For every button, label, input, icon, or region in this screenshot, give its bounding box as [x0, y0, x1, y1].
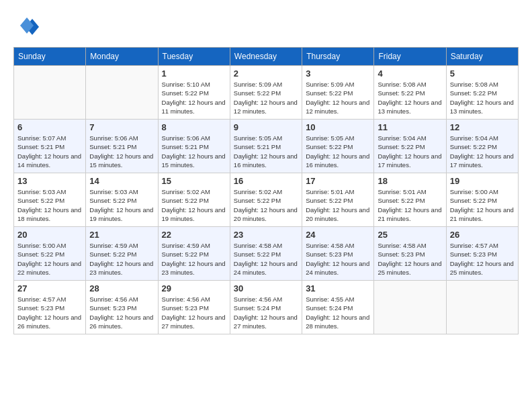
- day-number: 15: [162, 176, 226, 186]
- header-sunday: Sunday: [14, 48, 86, 66]
- calendar-cell: 23Sunrise: 4:58 AMSunset: 5:22 PMDayligh…: [230, 227, 302, 281]
- calendar-cell: 24Sunrise: 4:58 AMSunset: 5:23 PMDayligh…: [302, 227, 374, 281]
- calendar-cell: [86, 66, 158, 120]
- calendar-cell: 15Sunrise: 5:02 AMSunset: 5:22 PMDayligh…: [158, 173, 230, 227]
- calendar-cell: 6Sunrise: 5:07 AMSunset: 5:21 PMDaylight…: [14, 120, 86, 173]
- calendar-week-row: 1Sunrise: 5:10 AMSunset: 5:22 PMDaylight…: [14, 66, 519, 120]
- day-info: Sunrise: 4:57 AMSunset: 5:23 PMDaylight:…: [450, 241, 515, 277]
- calendar-cell: [374, 281, 446, 334]
- calendar-cell: 16Sunrise: 5:02 AMSunset: 5:22 PMDayligh…: [230, 173, 302, 227]
- calendar-cell: 31Sunrise: 4:55 AMSunset: 5:24 PMDayligh…: [302, 281, 374, 334]
- day-number: 26: [450, 230, 515, 240]
- day-info: Sunrise: 5:04 AMSunset: 5:22 PMDaylight:…: [450, 134, 515, 169]
- calendar-cell: 14Sunrise: 5:03 AMSunset: 5:22 PMDayligh…: [86, 173, 158, 227]
- day-number: 5: [450, 68, 515, 79]
- day-number: 7: [89, 122, 154, 132]
- calendar-cell: 3Sunrise: 5:09 AMSunset: 5:22 PMDaylight…: [302, 66, 374, 120]
- day-info: Sunrise: 4:59 AMSunset: 5:22 PMDaylight:…: [89, 241, 154, 277]
- day-info: Sunrise: 5:10 AMSunset: 5:22 PMDaylight:…: [162, 80, 226, 116]
- calendar-cell: 20Sunrise: 5:00 AMSunset: 5:22 PMDayligh…: [14, 227, 86, 281]
- calendar-table: SundayMondayTuesdayWednesdayThursdayFrid…: [13, 47, 519, 334]
- day-number: 30: [234, 283, 298, 293]
- day-info: Sunrise: 5:01 AMSunset: 5:22 PMDaylight:…: [306, 187, 370, 223]
- day-info: Sunrise: 5:02 AMSunset: 5:22 PMDaylight:…: [162, 187, 226, 223]
- day-info: Sunrise: 4:58 AMSunset: 5:22 PMDaylight:…: [234, 241, 298, 277]
- day-number: 2: [234, 68, 298, 79]
- day-number: 11: [378, 122, 442, 132]
- day-info: Sunrise: 4:59 AMSunset: 5:22 PMDaylight:…: [162, 241, 226, 277]
- day-info: Sunrise: 5:00 AMSunset: 5:22 PMDaylight:…: [450, 187, 515, 223]
- calendar-cell: 25Sunrise: 4:58 AMSunset: 5:23 PMDayligh…: [374, 227, 446, 281]
- day-info: Sunrise: 5:09 AMSunset: 5:22 PMDaylight:…: [234, 80, 298, 116]
- header-friday: Friday: [374, 48, 446, 66]
- day-number: 9: [234, 122, 298, 132]
- day-info: Sunrise: 5:08 AMSunset: 5:22 PMDaylight:…: [378, 80, 442, 116]
- day-number: 22: [162, 230, 226, 240]
- calendar-week-row: 20Sunrise: 5:00 AMSunset: 5:22 PMDayligh…: [14, 227, 519, 281]
- calendar-cell: 18Sunrise: 5:01 AMSunset: 5:22 PMDayligh…: [374, 173, 446, 227]
- day-info: Sunrise: 5:09 AMSunset: 5:22 PMDaylight:…: [306, 80, 370, 116]
- day-info: Sunrise: 5:02 AMSunset: 5:22 PMDaylight:…: [234, 187, 298, 223]
- calendar-cell: 11Sunrise: 5:04 AMSunset: 5:22 PMDayligh…: [374, 120, 446, 173]
- day-number: 20: [17, 230, 82, 240]
- day-number: 14: [89, 176, 154, 186]
- calendar-cell: 7Sunrise: 5:06 AMSunset: 5:21 PMDaylight…: [86, 120, 158, 173]
- header-tuesday: Tuesday: [158, 48, 230, 66]
- day-number: 1: [162, 68, 226, 79]
- day-info: Sunrise: 5:04 AMSunset: 5:22 PMDaylight:…: [378, 134, 442, 169]
- calendar-cell: 4Sunrise: 5:08 AMSunset: 5:22 PMDaylight…: [374, 66, 446, 120]
- calendar-week-row: 13Sunrise: 5:03 AMSunset: 5:22 PMDayligh…: [14, 173, 519, 227]
- calendar-cell: [14, 66, 86, 120]
- logo: [13, 13, 40, 40]
- day-info: Sunrise: 5:03 AMSunset: 5:22 PMDaylight:…: [89, 187, 154, 223]
- day-info: Sunrise: 4:56 AMSunset: 5:24 PMDaylight:…: [234, 295, 298, 330]
- header-saturday: Saturday: [446, 48, 518, 66]
- calendar-cell: 22Sunrise: 4:59 AMSunset: 5:22 PMDayligh…: [158, 227, 230, 281]
- page-header: [13, 13, 519, 40]
- day-info: Sunrise: 4:57 AMSunset: 5:23 PMDaylight:…: [17, 295, 82, 330]
- day-info: Sunrise: 5:05 AMSunset: 5:21 PMDaylight:…: [234, 134, 298, 169]
- day-number: 17: [306, 176, 370, 186]
- calendar-cell: 8Sunrise: 5:06 AMSunset: 5:21 PMDaylight…: [158, 120, 230, 173]
- day-info: Sunrise: 5:08 AMSunset: 5:22 PMDaylight:…: [450, 80, 515, 116]
- calendar-cell: 29Sunrise: 4:56 AMSunset: 5:23 PMDayligh…: [158, 281, 230, 334]
- day-info: Sunrise: 5:03 AMSunset: 5:22 PMDaylight:…: [17, 187, 82, 223]
- calendar-cell: 27Sunrise: 4:57 AMSunset: 5:23 PMDayligh…: [14, 281, 86, 334]
- day-number: 12: [450, 122, 515, 132]
- calendar-cell: 17Sunrise: 5:01 AMSunset: 5:22 PMDayligh…: [302, 173, 374, 227]
- day-info: Sunrise: 5:00 AMSunset: 5:22 PMDaylight:…: [17, 241, 82, 277]
- day-info: Sunrise: 4:55 AMSunset: 5:24 PMDaylight:…: [306, 295, 370, 330]
- calendar-cell: 9Sunrise: 5:05 AMSunset: 5:21 PMDaylight…: [230, 120, 302, 173]
- day-number: 31: [306, 283, 370, 293]
- calendar-week-row: 27Sunrise: 4:57 AMSunset: 5:23 PMDayligh…: [14, 281, 519, 334]
- calendar-cell: 28Sunrise: 4:56 AMSunset: 5:23 PMDayligh…: [86, 281, 158, 334]
- day-number: 3: [306, 68, 370, 79]
- calendar-cell: 19Sunrise: 5:00 AMSunset: 5:22 PMDayligh…: [446, 173, 518, 227]
- day-number: 25: [378, 230, 442, 240]
- calendar-cell: 13Sunrise: 5:03 AMSunset: 5:22 PMDayligh…: [14, 173, 86, 227]
- day-number: 10: [306, 122, 370, 132]
- day-number: 8: [162, 122, 226, 132]
- day-number: 18: [378, 176, 442, 186]
- day-info: Sunrise: 4:56 AMSunset: 5:23 PMDaylight:…: [162, 295, 226, 330]
- day-info: Sunrise: 5:05 AMSunset: 5:22 PMDaylight:…: [306, 134, 370, 169]
- header-monday: Monday: [86, 48, 158, 66]
- day-number: 28: [89, 283, 154, 293]
- calendar-cell: 10Sunrise: 5:05 AMSunset: 5:22 PMDayligh…: [302, 120, 374, 173]
- calendar-cell: 21Sunrise: 4:59 AMSunset: 5:22 PMDayligh…: [86, 227, 158, 281]
- day-number: 13: [17, 176, 82, 186]
- header-wednesday: Wednesday: [230, 48, 302, 66]
- day-info: Sunrise: 5:06 AMSunset: 5:21 PMDaylight:…: [89, 134, 154, 169]
- calendar-cell: 1Sunrise: 5:10 AMSunset: 5:22 PMDaylight…: [158, 66, 230, 120]
- day-number: 19: [450, 176, 515, 186]
- day-info: Sunrise: 4:58 AMSunset: 5:23 PMDaylight:…: [378, 241, 442, 277]
- day-number: 6: [17, 122, 82, 132]
- header-thursday: Thursday: [302, 48, 374, 66]
- calendar-cell: 5Sunrise: 5:08 AMSunset: 5:22 PMDaylight…: [446, 66, 518, 120]
- logo-icon: [13, 13, 40, 40]
- calendar-cell: 30Sunrise: 4:56 AMSunset: 5:24 PMDayligh…: [230, 281, 302, 334]
- calendar-header-row: SundayMondayTuesdayWednesdayThursdayFrid…: [14, 48, 519, 66]
- day-number: 21: [89, 230, 154, 240]
- day-number: 16: [234, 176, 298, 186]
- day-number: 4: [378, 68, 442, 79]
